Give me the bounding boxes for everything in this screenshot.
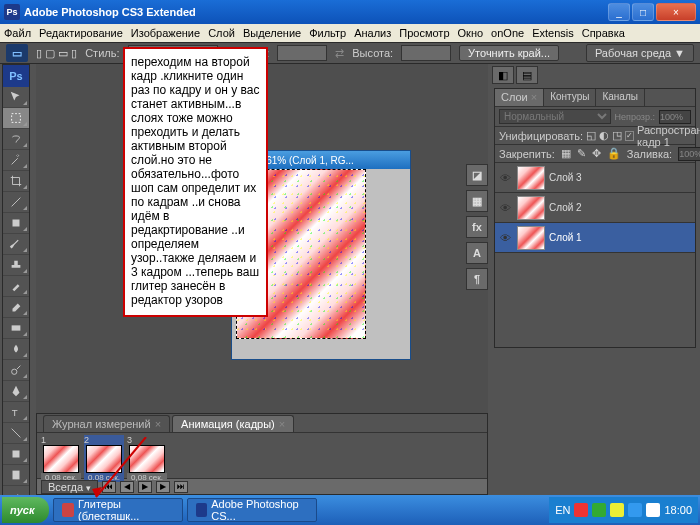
notes-tool[interactable] [3, 465, 29, 486]
tray-icon[interactable] [628, 503, 642, 517]
layer-list: 👁Слой 3 👁Слой 2 👁Слой 1 [495, 163, 695, 253]
tray-icon[interactable] [574, 503, 588, 517]
tool-preset-icon[interactable]: ▭ [6, 44, 28, 62]
layer-row-3[interactable]: 👁Слой 3 [495, 163, 695, 193]
menu-filter[interactable]: Фильтр [309, 27, 346, 39]
toolbox: Ps T ▢ ▣ [2, 64, 30, 525]
annotation-arrow [86, 437, 156, 512]
heal-tool[interactable] [3, 213, 29, 234]
next-frame-button[interactable]: ▶ [156, 481, 170, 493]
history-brush-tool[interactable] [3, 276, 29, 297]
menu-extensis[interactable]: Extensis [532, 27, 574, 39]
svg-rect-1 [13, 220, 20, 227]
lock-pixels-icon[interactable]: ✎ [577, 147, 586, 160]
last-frame-button[interactable]: ⏭ [174, 481, 188, 493]
lock-pos-icon[interactable]: ✥ [592, 147, 601, 160]
tab-paths[interactable]: Контуры [544, 89, 596, 106]
shape-tool[interactable] [3, 444, 29, 465]
layer-thumb [517, 166, 545, 190]
tab-animation[interactable]: Анимация (кадры)× [172, 415, 294, 432]
lang-indicator[interactable]: EN [555, 504, 570, 516]
move-tool[interactable] [3, 87, 29, 108]
menu-edit[interactable]: Редактирование [39, 27, 123, 39]
width-input[interactable] [277, 45, 327, 61]
refine-edge-button[interactable]: Уточнить край... [459, 45, 559, 61]
fill-label: Заливка: [627, 148, 672, 160]
unify-pos-icon[interactable]: ◱ [586, 129, 596, 142]
system-tray[interactable]: EN 18:00 [549, 497, 698, 523]
propagate-checkbox[interactable]: ✓ [625, 131, 634, 141]
svg-rect-6 [13, 471, 20, 480]
crop-tool[interactable] [3, 171, 29, 192]
layer-row-1[interactable]: 👁Слой 1 [495, 223, 695, 253]
tab-measurements[interactable]: Журнал измерений× [43, 415, 170, 432]
wand-tool[interactable] [3, 150, 29, 171]
menu-layer[interactable]: Слой [208, 27, 235, 39]
lock-label: Закрепить: [499, 148, 555, 160]
lock-trans-icon[interactable]: ▦ [561, 147, 571, 160]
main-area: Ps T ▢ ▣ переходим на второй кадр .кликн… [0, 64, 700, 495]
unify-style-icon[interactable]: ◳ [612, 129, 622, 142]
svg-rect-5 [13, 451, 20, 458]
menu-image[interactable]: Изображение [131, 27, 200, 39]
canvas-area: переходим на второй кадр .кликните один … [36, 64, 488, 413]
opera-icon [62, 503, 74, 517]
layer-thumb [517, 226, 545, 250]
stamp-tool[interactable] [3, 255, 29, 276]
menu-onone[interactable]: onOne [491, 27, 524, 39]
frame-1[interactable]: 10,08 сек. [41, 435, 81, 482]
lasso-tool[interactable] [3, 129, 29, 150]
maximize-button[interactable]: □ [632, 3, 654, 21]
task-item-photoshop[interactable]: Adobe Photoshop CS... [187, 498, 317, 522]
svg-text:T: T [12, 407, 18, 418]
pen-tool[interactable] [3, 381, 29, 402]
blend-mode-select[interactable]: Нормальный [499, 109, 611, 124]
type-tool[interactable]: T [3, 402, 29, 423]
style-label: Стиль: [85, 47, 119, 59]
tray-icon[interactable] [646, 503, 660, 517]
svg-rect-0 [12, 114, 21, 123]
minimize-button[interactable]: _ [608, 3, 630, 21]
dodge-tool[interactable] [3, 360, 29, 381]
dock-icon-hist[interactable]: ▤ [516, 66, 538, 84]
menu-analysis[interactable]: Анализ [354, 27, 391, 39]
fill-input[interactable] [678, 147, 700, 161]
visibility-icon[interactable]: 👁 [497, 170, 513, 186]
visibility-icon[interactable]: 👁 [497, 230, 513, 246]
layer-name: Слой 1 [549, 232, 582, 243]
menu-window[interactable]: Окно [458, 27, 484, 39]
tab-channels[interactable]: Каналы [596, 89, 645, 106]
menu-select[interactable]: Выделение [243, 27, 301, 39]
eraser-tool[interactable] [3, 297, 29, 318]
tray-icon[interactable] [610, 503, 624, 517]
unify-vis-icon[interactable]: ◐ [599, 129, 609, 142]
workspace-button[interactable]: Рабочая среда ▼ [586, 44, 694, 62]
marquee-tool[interactable] [3, 108, 29, 129]
brush-tool[interactable] [3, 234, 29, 255]
tab-layers[interactable]: Слои× [495, 89, 544, 106]
layer-row-2[interactable]: 👁Слой 2 [495, 193, 695, 223]
blur-tool[interactable] [3, 339, 29, 360]
side-color-icon[interactable]: ◪ [466, 164, 488, 186]
slice-tool[interactable] [3, 192, 29, 213]
svg-line-8 [96, 437, 146, 497]
opacity-input[interactable] [659, 110, 691, 124]
start-button[interactable]: пуск [2, 497, 49, 523]
visibility-icon[interactable]: 👁 [497, 200, 513, 216]
menu-view[interactable]: Просмотр [399, 27, 449, 39]
svg-rect-2 [12, 325, 21, 330]
height-input[interactable] [401, 45, 451, 61]
clock: 18:00 [664, 504, 692, 516]
tray-icon[interactable] [592, 503, 606, 517]
menu-help[interactable]: Справка [582, 27, 625, 39]
path-tool[interactable] [3, 423, 29, 444]
side-swatch-icon[interactable]: ▦ [466, 190, 488, 212]
dock-icon-nav[interactable]: ◧ [492, 66, 514, 84]
side-char-icon[interactable]: A [466, 242, 488, 264]
close-button[interactable]: × [656, 3, 696, 21]
lock-all-icon[interactable]: 🔒 [607, 147, 621, 160]
menu-file[interactable]: Файл [4, 27, 31, 39]
side-para-icon[interactable]: ¶ [466, 268, 488, 290]
side-styles-icon[interactable]: fx [466, 216, 488, 238]
gradient-tool[interactable] [3, 318, 29, 339]
